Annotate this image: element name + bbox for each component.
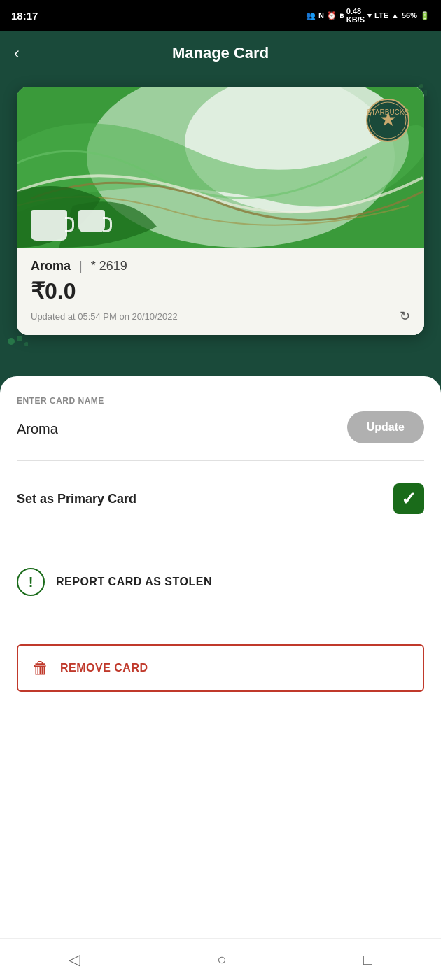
trash-icon: 🗑 [32, 658, 49, 678]
card-mugs [31, 210, 105, 241]
card-image: ★ STARBUCKS [17, 87, 424, 248]
nav-home-button[interactable]: ○ [217, 951, 226, 969]
update-button[interactable]: Update [347, 411, 424, 443]
deco-dots [7, 325, 28, 348]
card-name-input[interactable] [17, 418, 336, 443]
card-display-name: Aroma [31, 259, 71, 274]
card-info: Aroma | * 2619 ₹0.0 Updated at 05:54 PM … [17, 248, 424, 335]
svg-text:STARBUCKS: STARBUCKS [367, 108, 410, 116]
nav-back-button[interactable]: ◁ [69, 951, 80, 969]
check-icon: ✓ [401, 488, 416, 510]
report-stolen-label: REPORT CARD AS STOLEN [56, 576, 212, 588]
svg-point-4 [17, 336, 22, 341]
data-speed: 0.48KB/S [346, 7, 365, 24]
card-updated-text: Updated at 05:54 PM on 20/10/2022 [31, 311, 178, 322]
battery-icon: 🔋 [420, 11, 430, 20]
divider-3 [17, 627, 424, 627]
svg-point-3 [8, 338, 15, 345]
signal-icon: ▲ [391, 11, 399, 20]
starbucks-logo: ★ STARBUCKS [365, 98, 410, 143]
remove-card-button[interactable]: 🗑 REMOVE CARD [17, 644, 424, 692]
card-name-row: Update [17, 411, 424, 443]
refresh-button[interactable]: ↻ [400, 308, 410, 324]
report-stolen-button[interactable]: ! REPORT CARD AS STOLEN [17, 554, 424, 610]
battery-level: 56% [402, 11, 417, 20]
nav-recent-button[interactable]: □ [363, 951, 372, 969]
content-section: ENTER CARD NAME Update Set as Primary Ca… [0, 376, 441, 866]
mug-large [31, 210, 67, 241]
divider-2 [17, 537, 424, 537]
remove-card-label: REMOVE CARD [60, 662, 148, 674]
status-bar: 18:17 👥 N ⏰ ʙ 0.48KB/S ▾ LTE ▲ 56% 🔋 [0, 0, 441, 31]
card-balance: ₹0.0 [31, 278, 410, 304]
card-name-field-section: ENTER CARD NAME Update [17, 396, 424, 443]
primary-card-checkbox[interactable]: ✓ [393, 483, 424, 514]
lte-icon: LTE [374, 11, 388, 20]
primary-card-row: Set as Primary Card ✓ [17, 478, 424, 520]
bottom-nav: ◁ ○ □ [0, 938, 441, 980]
card-number: * 2619 [91, 259, 127, 274]
card-name-label: ENTER CARD NAME [17, 396, 424, 406]
status-time: 18:17 [11, 10, 38, 22]
starbucks-card: ★ STARBUCKS Aroma | * 2619 ₹0.0 Updated … [17, 87, 424, 335]
page-title: Manage Card [172, 44, 269, 62]
back-button[interactable]: ‹ [14, 43, 20, 63]
bluetooth-icon: ʙ [340, 11, 344, 20]
primary-card-label: Set as Primary Card [17, 492, 136, 506]
app-header: ‹ Manage Card [0, 31, 441, 76]
alarm-icon: ⏰ [327, 11, 337, 20]
divider-1 [17, 460, 424, 461]
nfc-icon: N [318, 11, 324, 20]
teams-icon: 👥 [306, 11, 316, 20]
card-name-input-wrapper [17, 418, 336, 443]
card-section: ★ STARBUCKS Aroma | * 2619 ₹0.0 Updated … [0, 76, 441, 397]
card-updated-row: Updated at 05:54 PM on 20/10/2022 ↻ [31, 308, 410, 324]
wifi-icon: ▾ [368, 11, 372, 20]
svg-point-5 [24, 342, 28, 346]
alert-icon: ! [17, 568, 45, 596]
status-icons: 👥 N ⏰ ʙ 0.48KB/S ▾ LTE ▲ 56% 🔋 [306, 7, 430, 24]
mug-small [78, 210, 105, 232]
